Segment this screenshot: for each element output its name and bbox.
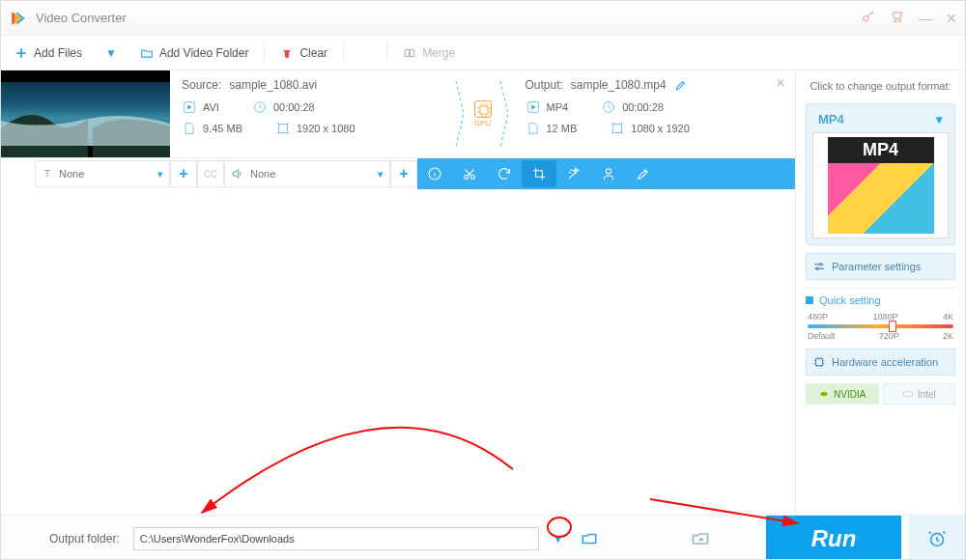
browse-folder-button[interactable] xyxy=(578,527,601,550)
file-card: Source: sample_1080.avi AVI 00:00:28 9.4… xyxy=(1,70,795,158)
nvidia-badge[interactable]: NVIDIA xyxy=(806,383,879,405)
svg-rect-13 xyxy=(613,124,622,132)
intel-icon xyxy=(902,388,914,400)
watermark-tool[interactable] xyxy=(591,160,626,187)
add-folder-label: Add Video Folder xyxy=(159,46,249,60)
audio-value: None xyxy=(250,168,275,180)
annotation-circle xyxy=(547,517,572,538)
svg-rect-3 xyxy=(405,49,409,56)
svg-rect-4 xyxy=(411,49,414,56)
merge-label: Merge xyxy=(422,46,455,60)
svg-point-2 xyxy=(899,20,901,22)
merge-icon xyxy=(403,46,416,60)
intel-badge[interactable]: Intel xyxy=(883,383,956,405)
hardware-accel-button[interactable]: Hardware acceleration xyxy=(806,349,955,376)
clear-label: Clear xyxy=(299,46,327,60)
speaker-icon xyxy=(231,167,244,181)
output-filename: sample_1080.mp4 xyxy=(571,78,667,92)
subtitle-add-button[interactable]: + xyxy=(170,160,197,187)
svg-point-19 xyxy=(816,267,818,269)
key-icon[interactable] xyxy=(861,9,876,27)
svg-point-1 xyxy=(895,20,896,22)
source-duration: 00:00:28 xyxy=(273,101,315,113)
video-thumbnail[interactable] xyxy=(1,70,170,157)
quick-setting-title: Quick setting xyxy=(819,294,881,306)
info-tool[interactable] xyxy=(417,160,452,187)
clock-icon xyxy=(252,99,268,115)
format-icon xyxy=(182,99,197,115)
cut-tool[interactable] xyxy=(452,160,487,187)
app-logo-icon xyxy=(9,9,28,28)
quick-setting-section: Quick setting 480P 1080P 4K Default 720P… xyxy=(806,288,955,341)
main-toolbar: Add Files ▼ Add Video Folder Clear Merge xyxy=(1,36,965,70)
plus-icon xyxy=(14,46,28,60)
open-output-button[interactable] xyxy=(689,527,712,550)
format-caret-icon: ▾ xyxy=(936,112,943,126)
output-label: Output: xyxy=(526,78,563,92)
add-folder-button[interactable]: Add Video Folder xyxy=(127,36,263,70)
source-info: Source: sample_1080.avi AVI 00:00:28 9.4… xyxy=(170,70,452,157)
crop-tool[interactable] xyxy=(522,160,556,187)
minimize-icon[interactable]: — xyxy=(919,11,932,26)
audio-select[interactable]: None ▾ xyxy=(224,160,390,187)
output-folder-input[interactable] xyxy=(133,527,539,550)
close-icon[interactable]: ✕ xyxy=(946,11,957,26)
format-icon xyxy=(526,99,541,115)
quality-slider[interactable]: 480P 1080P 4K Default 720P 2K xyxy=(806,312,955,341)
gpu-badge: GPU xyxy=(469,70,497,157)
source-format: AVI xyxy=(203,101,219,113)
schedule-button[interactable] xyxy=(909,516,965,561)
svg-rect-10 xyxy=(480,106,488,114)
format-name: MP4 xyxy=(818,112,844,126)
clear-button[interactable]: Clear xyxy=(267,36,341,70)
folder-open-icon xyxy=(581,530,598,547)
format-thumbnail: MP4 xyxy=(812,132,949,238)
edit-toolstrip xyxy=(417,158,795,189)
gpu-label: GPU xyxy=(474,119,491,127)
edit-icon[interactable] xyxy=(674,78,688,92)
app-title: Video Converter xyxy=(36,11,861,25)
arrow-divider-icon xyxy=(452,70,469,157)
run-label: Run xyxy=(811,525,857,552)
remove-card-icon[interactable]: ✕ xyxy=(776,76,785,90)
quality-label: 2K xyxy=(943,331,953,341)
source-resolution: 1920 x 1080 xyxy=(297,123,355,134)
run-button[interactable]: Run xyxy=(766,516,901,561)
nvidia-icon xyxy=(818,388,830,400)
sliders-icon xyxy=(812,260,826,273)
parameter-settings-label: Parameter settings xyxy=(832,261,921,272)
svg-rect-5 xyxy=(1,70,170,82)
file-icon xyxy=(182,121,197,136)
rotate-tool[interactable] xyxy=(487,160,522,187)
folder-arrow-icon xyxy=(691,529,710,548)
audio-add-button[interactable]: + xyxy=(390,160,417,187)
trash-icon xyxy=(280,46,294,60)
source-label: Source: xyxy=(182,78,221,92)
svg-point-21 xyxy=(903,391,912,397)
svg-point-17 xyxy=(606,169,611,174)
card-controls: None ▾ + CC None ▾ + xyxy=(1,158,795,189)
format-panel-title: Click to change output format: xyxy=(806,80,955,92)
effects-tool[interactable] xyxy=(556,160,591,187)
folder-plus-icon xyxy=(140,46,154,60)
add-files-button[interactable]: Add Files xyxy=(1,36,96,70)
add-files-dropdown[interactable]: ▼ xyxy=(96,46,127,60)
svg-rect-9 xyxy=(278,124,287,132)
bottom-bar: Output folder: ▼ Run xyxy=(1,515,965,560)
add-files-label: Add Files xyxy=(34,46,82,60)
cart-icon[interactable] xyxy=(890,9,905,27)
resolution-icon xyxy=(610,121,625,136)
output-duration: 00:00:28 xyxy=(622,101,664,113)
quality-label: Default xyxy=(808,331,836,341)
format-tile-label: MP4 xyxy=(828,137,934,163)
quality-label: 720P xyxy=(879,331,899,341)
quality-label: 4K xyxy=(943,312,953,322)
subtitle-select[interactable]: None ▾ xyxy=(35,160,170,187)
parameter-settings-button[interactable]: Parameter settings xyxy=(806,253,955,280)
intel-label: Intel xyxy=(918,389,936,400)
draw-tool[interactable] xyxy=(626,160,661,187)
format-selector[interactable]: MP4 ▾ MP4 xyxy=(806,103,955,245)
source-size: 9.45 MB xyxy=(203,123,242,134)
merge-button[interactable]: Merge xyxy=(389,36,469,70)
cc-button[interactable]: CC xyxy=(197,160,224,187)
